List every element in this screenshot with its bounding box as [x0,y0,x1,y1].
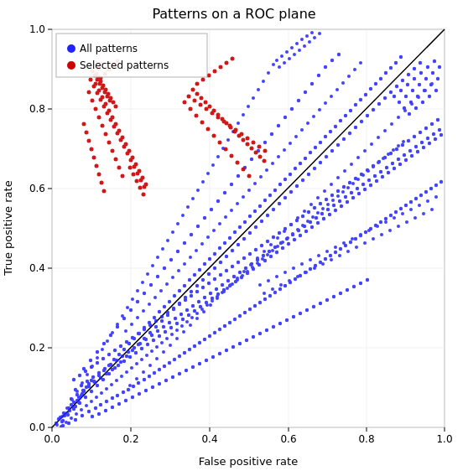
svg-point-329 [317,74,320,77]
svg-point-905 [195,82,200,86]
svg-point-857 [117,166,122,170]
svg-point-802 [104,88,108,92]
svg-point-416 [143,337,146,340]
svg-point-850 [94,107,98,111]
svg-point-756 [202,310,205,313]
svg-point-355 [168,300,171,303]
svg-point-748 [148,364,152,367]
svg-point-453 [360,120,363,123]
svg-point-56 [203,338,206,341]
svg-point-679 [237,122,240,125]
svg-point-411 [113,366,117,370]
svg-point-496 [138,392,141,396]
svg-point-177 [128,355,132,359]
svg-point-501 [171,375,174,379]
svg-point-436 [260,220,263,223]
svg-point-873 [191,88,195,92]
svg-point-517 [278,322,282,325]
svg-point-384 [314,146,317,149]
svg-point-593 [372,165,375,168]
svg-point-66 [253,304,257,308]
svg-point-391 [349,109,352,112]
svg-point-258 [231,265,234,268]
legend-selected-patterns-label: Selected patterns [80,60,169,71]
svg-point-494 [124,399,127,402]
svg-point-663 [156,256,159,259]
svg-point-640 [413,216,417,220]
svg-point-271 [307,210,310,214]
svg-point-187 [187,313,190,317]
svg-point-522 [312,305,315,308]
svg-point-675 [216,155,220,158]
svg-point-136 [262,254,265,257]
svg-point-635 [372,237,375,241]
svg-point-100 [424,190,428,194]
y-tick-06: 0.6 [29,183,45,194]
svg-point-745 [128,384,132,387]
svg-point-750 [162,350,165,354]
svg-point-500 [164,379,168,382]
svg-point-767 [276,236,279,240]
svg-point-217 [363,188,367,191]
svg-point-528 [352,285,356,288]
svg-point-256 [219,273,222,277]
svg-point-777 [343,169,346,173]
svg-point-645 [65,406,69,410]
svg-point-578 [296,228,299,231]
svg-point-425 [195,284,199,287]
svg-point-426 [201,278,205,282]
svg-point-103 [439,180,443,184]
svg-point-541 [110,383,113,386]
svg-point-46 [153,371,156,375]
svg-point-584 [326,203,330,206]
svg-point-133 [244,266,247,270]
svg-point-390 [344,114,347,117]
svg-point-219 [375,179,378,183]
svg-point-858 [121,174,125,178]
svg-point-408 [96,384,99,387]
svg-point-495 [131,396,134,399]
svg-point-806 [114,105,118,109]
svg-point-683 [257,88,260,91]
svg-point-498 [151,385,154,389]
svg-point-743 [353,68,356,71]
svg-point-633 [355,246,358,249]
svg-point-338 [82,390,86,393]
svg-point-422 [178,302,181,305]
svg-point-445 [313,167,316,170]
svg-point-470 [433,60,436,63]
svg-point-54 [193,344,196,348]
svg-point-130 [226,279,230,282]
svg-point-379 [289,173,292,176]
svg-point-176 [122,360,126,363]
svg-point-863 [142,193,146,197]
svg-point-125 [197,300,200,303]
svg-point-418 [154,325,158,329]
svg-point-223 [398,163,402,166]
svg-point-696 [283,61,286,65]
svg-point-403 [66,413,70,416]
svg-point-92 [384,217,387,220]
svg-point-475 [424,77,428,80]
svg-point-787 [410,102,413,106]
svg-point-353 [158,310,161,313]
svg-point-263 [260,244,263,247]
svg-point-67 [258,301,262,304]
svg-point-614 [376,225,379,228]
svg-point-574 [276,245,279,248]
svg-point-464 [393,95,396,98]
svg-point-612 [359,233,362,236]
svg-point-786 [403,109,407,112]
svg-point-230 [439,133,443,137]
svg-point-152 [356,187,359,190]
y-tick-08: 0.8 [29,103,45,115]
svg-point-224 [404,158,408,162]
svg-point-204 [287,242,290,246]
svg-point-719 [212,229,216,232]
svg-point-72 [283,284,287,287]
svg-point-424 [190,290,193,293]
svg-point-155 [373,174,377,178]
svg-point-738 [324,101,327,105]
svg-point-235 [96,361,99,365]
svg-point-783 [383,129,387,132]
